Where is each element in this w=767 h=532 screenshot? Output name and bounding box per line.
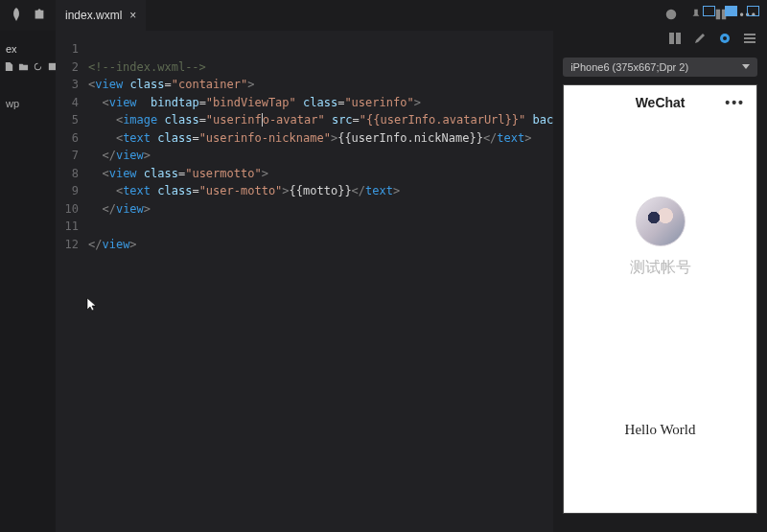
activity-bar bbox=[0, 0, 56, 31]
editor-tabs: index.wxml × bbox=[56, 0, 146, 31]
window-controls bbox=[703, 6, 759, 16]
motto-label: Hello World bbox=[625, 422, 696, 438]
window-min-icon[interactable] bbox=[703, 6, 715, 16]
close-icon[interactable]: × bbox=[129, 9, 136, 22]
tab-index-wxml[interactable]: index.wxml × bbox=[56, 0, 146, 31]
export-icon[interactable] bbox=[33, 8, 46, 24]
phone-simulator[interactable]: WeChat ••• 测试帐号 Hello World bbox=[563, 84, 757, 514]
new-folder-icon[interactable] bbox=[18, 61, 29, 75]
pin-icon[interactable] bbox=[689, 8, 703, 24]
brush-icon[interactable] bbox=[692, 31, 708, 49]
compass-icon[interactable] bbox=[664, 8, 678, 24]
phone-body: 测试帐号 Hello World bbox=[564, 120, 756, 513]
list-icon[interactable] bbox=[742, 31, 757, 49]
sidebar-label: wp bbox=[0, 79, 25, 109]
preview-panel: iPhone6 (375x667;Dpr 2) WeChat ••• 测试帐号 … bbox=[553, 31, 767, 532]
file-explorer-item[interactable]: ex bbox=[0, 40, 23, 58]
phone-navbar: WeChat ••• bbox=[564, 85, 756, 120]
svg-point-1 bbox=[723, 36, 727, 40]
line-gutter: 123456 789101112 bbox=[56, 31, 88, 532]
rocket-icon[interactable] bbox=[10, 8, 23, 24]
nav-title: WeChat bbox=[636, 95, 686, 110]
code-content[interactable]: <!--index.wxml--> <view class="container… bbox=[88, 31, 553, 532]
sidebar: ex wp bbox=[0, 31, 56, 532]
code-editor[interactable]: 123456 789101112 <!--index.wxml--> <view… bbox=[56, 31, 553, 532]
nickname-label: 测试帐号 bbox=[630, 258, 691, 278]
preview-toolbar bbox=[667, 31, 757, 49]
tab-label: index.wxml bbox=[65, 9, 122, 22]
svg-point-2 bbox=[666, 9, 677, 19]
window-max-icon[interactable] bbox=[725, 6, 737, 16]
book-icon[interactable] bbox=[667, 31, 683, 49]
refresh-icon[interactable] bbox=[33, 61, 43, 75]
new-file-icon[interactable] bbox=[4, 61, 14, 75]
avatar[interactable] bbox=[636, 197, 686, 246]
window-close-icon[interactable] bbox=[747, 6, 759, 16]
sidebar-file-actions bbox=[0, 58, 61, 79]
nav-more-icon[interactable]: ••• bbox=[725, 95, 745, 110]
eye-icon[interactable] bbox=[717, 31, 732, 49]
device-select[interactable]: iPhone6 (375x667;Dpr 2) bbox=[563, 58, 757, 77]
